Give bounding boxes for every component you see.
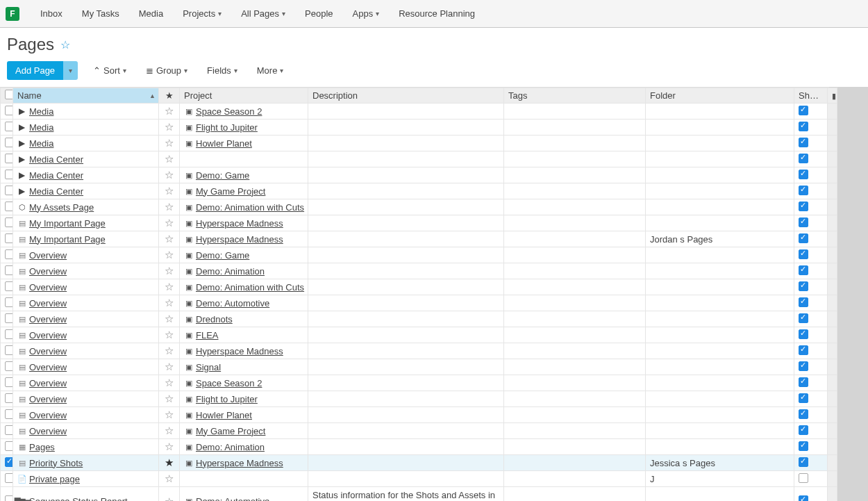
page-name-link[interactable]: Priority Shots <box>29 458 83 468</box>
page-name-link[interactable]: Media Center <box>29 170 83 181</box>
table-row[interactable]: ▤Overview☆▣Demo: Animation <box>1 263 837 279</box>
table-row[interactable]: ▤Overview☆▣My Game Project <box>1 423 837 439</box>
row-select-checkbox[interactable] <box>5 345 13 355</box>
table-row[interactable]: ⬡My Assets Page☆▣Demo: Animation with Cu… <box>1 199 837 215</box>
page-name-link[interactable]: Media Center <box>29 186 83 197</box>
star-icon[interactable]: ★ <box>165 457 174 468</box>
project-link[interactable]: My Game Project <box>196 426 265 436</box>
project-link[interactable]: My Game Project <box>196 186 265 197</box>
table-row[interactable]: ▦Pages☆▣Demo: Animation <box>1 439 837 455</box>
table-row[interactable]: ▤Overview☆▣Demo: Automotive <box>1 295 837 311</box>
project-link[interactable]: Flight to Jupiter <box>196 394 258 404</box>
shared-checkbox[interactable] <box>799 313 808 323</box>
shared-checkbox[interactable] <box>799 495 808 501</box>
table-row[interactable]: ▤Priority Shots★▣Hyperspace MadnessJessi… <box>1 455 837 471</box>
row-select-checkbox[interactable] <box>5 441 13 451</box>
star-icon[interactable]: ☆ <box>165 377 174 388</box>
project-link[interactable]: Demo: Animation with Cuts <box>196 202 304 213</box>
project-link[interactable]: Howler Planet <box>196 138 252 149</box>
table-row[interactable]: 📄Private page☆J <box>1 471 837 487</box>
page-name-link[interactable]: Overview <box>29 362 67 372</box>
table-row[interactable]: ▤Overview☆▣Flight to Jupiter <box>1 391 837 407</box>
page-name-link[interactable]: Private page <box>29 474 80 484</box>
table-row[interactable]: ▶Media Center☆▣My Game Project <box>1 183 837 199</box>
star-icon[interactable]: ☆ <box>165 249 174 261</box>
star-icon[interactable]: ☆ <box>165 281 174 293</box>
shared-checkbox[interactable] <box>799 249 808 259</box>
row-select-checkbox[interactable] <box>5 202 13 211</box>
select-all-header[interactable] <box>1 88 13 104</box>
project-link[interactable]: FLEA <box>196 330 219 340</box>
shared-checkbox[interactable] <box>799 425 808 435</box>
shared-checkbox[interactable] <box>799 186 808 195</box>
page-name-link[interactable]: Overview <box>29 298 67 309</box>
page-name-link[interactable]: Overview <box>29 314 67 325</box>
nav-item-all-pages[interactable]: All Pages▾ <box>231 0 295 28</box>
more-button[interactable]: More ▾ <box>253 63 288 79</box>
star-icon[interactable]: ☆ <box>165 393 174 404</box>
shared-checkbox[interactable] <box>799 457 808 467</box>
table-row[interactable]: ▶Media Center☆ <box>1 151 837 167</box>
page-name-link[interactable]: Overview <box>29 394 67 404</box>
row-select-checkbox[interactable] <box>5 138 13 147</box>
column-header-star[interactable]: ★ <box>159 88 180 104</box>
nav-item-apps[interactable]: Apps▾ <box>343 0 390 28</box>
row-select-checkbox[interactable] <box>5 425 13 435</box>
row-select-checkbox[interactable] <box>5 377 13 387</box>
table-row[interactable]: ▤Overview☆▣Howler Planet <box>1 407 837 423</box>
shared-checkbox[interactable] <box>799 122 808 131</box>
page-name-link[interactable]: Overview <box>29 330 67 340</box>
page-name-link[interactable]: Overview <box>29 410 67 420</box>
table-row[interactable]: ▶Media☆▣Flight to Jupiter <box>1 120 837 135</box>
sort-button[interactable]: ⌃ Sort ▾ <box>89 63 131 79</box>
row-select-checkbox[interactable] <box>5 281 13 291</box>
project-link[interactable]: Demo: Automotive <box>196 496 269 501</box>
project-link[interactable]: Signal <box>196 362 221 372</box>
table-row[interactable]: ▶Media☆▣Space Season 2 <box>1 104 837 120</box>
star-icon[interactable]: ☆ <box>165 153 174 165</box>
shared-checkbox[interactable] <box>799 281 808 291</box>
select-all-checkbox[interactable] <box>5 90 13 99</box>
row-select-checkbox[interactable] <box>5 233 13 243</box>
group-button[interactable]: ≣ Group ▾ <box>142 63 192 79</box>
add-page-button[interactable]: Add Page ▾ <box>7 61 78 80</box>
row-select-checkbox[interactable] <box>5 313 13 323</box>
page-name-link[interactable]: Overview <box>29 426 67 436</box>
project-link[interactable]: Demo: Automotive <box>196 298 269 309</box>
column-header-name[interactable]: Name <box>13 88 159 104</box>
add-column-button[interactable]: ▮₊ <box>828 88 837 104</box>
page-name-link[interactable]: Overview <box>29 250 67 261</box>
project-link[interactable]: Space Season 2 <box>196 106 262 117</box>
shared-checkbox[interactable] <box>799 265 808 275</box>
shared-checkbox[interactable] <box>799 473 808 483</box>
shared-checkbox[interactable] <box>799 202 808 211</box>
table-row[interactable]: ▤Overview☆▣Hyperspace Madness <box>1 343 837 359</box>
row-select-checkbox[interactable] <box>5 473 13 483</box>
star-icon[interactable]: ☆ <box>165 137 174 149</box>
shared-checkbox[interactable] <box>799 329 808 339</box>
table-row[interactable]: ▤Overview☆▣Signal <box>1 359 837 375</box>
table-row[interactable]: ▤Overview☆▣Space Season 2 <box>1 375 837 391</box>
star-icon[interactable]: ☆ <box>165 201 174 213</box>
table-row[interactable]: ▤My Important Page☆▣Hyperspace Madness <box>1 215 837 231</box>
shared-checkbox[interactable] <box>799 409 808 419</box>
app-logo[interactable]: F <box>6 7 19 21</box>
star-icon[interactable]: ☆ <box>165 297 174 309</box>
column-header-project[interactable]: Project <box>180 88 308 104</box>
row-select-checkbox[interactable] <box>5 217 13 227</box>
table-row[interactable]: ▤Overview☆▣Demo: Animation with Cuts <box>1 279 837 295</box>
page-name-link[interactable]: Pages <box>29 442 55 452</box>
row-select-checkbox[interactable] <box>5 154 13 163</box>
star-icon[interactable]: ☆ <box>165 217 174 229</box>
page-name-link[interactable]: Media <box>29 122 53 133</box>
star-icon[interactable]: ☆ <box>165 329 174 340</box>
star-icon[interactable]: ☆ <box>165 361 174 372</box>
table-row[interactable]: ▇▆▅Sequence Status Report☆▣Demo: Automot… <box>1 487 837 502</box>
project-link[interactable]: Demo: Game <box>196 170 249 181</box>
row-select-checkbox[interactable] <box>5 457 13 467</box>
shared-checkbox[interactable] <box>799 233 808 243</box>
column-header-description[interactable]: Description <box>308 88 504 104</box>
nav-item-people[interactable]: People <box>295 0 342 28</box>
page-name-link[interactable]: Media <box>29 138 53 149</box>
table-row[interactable]: ▤Overview☆▣Drednots <box>1 311 837 327</box>
